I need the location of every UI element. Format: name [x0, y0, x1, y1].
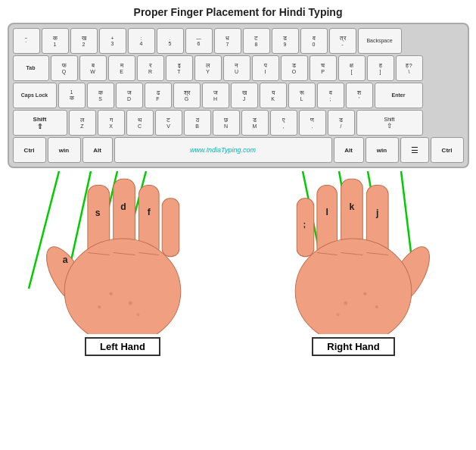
- svg-point-40: [375, 305, 378, 308]
- svg-point-21: [110, 292, 113, 295]
- key-j[interactable]: खJ: [231, 83, 258, 108]
- right-hand-svg: j k l ;: [263, 171, 444, 334]
- key-bracket-r[interactable]: ह]: [367, 55, 394, 81]
- key-8[interactable]: ट8: [243, 28, 270, 54]
- key-space[interactable]: www.IndiaTyping.com: [114, 137, 332, 163]
- key-z[interactable]: लZ: [69, 110, 96, 136]
- key-enter[interactable]: Enter: [375, 83, 423, 108]
- key-e[interactable]: मE: [108, 55, 135, 81]
- right-hand-label: Right Hand: [312, 337, 394, 356]
- key-row-4: Ctrl win Alt www.IndiaTyping.com Alt win…: [13, 137, 464, 163]
- main-container: Proper Finger Placement for Hindi Typing…: [0, 0, 476, 450]
- right-hand-section: j k l ; Right Hand: [238, 171, 469, 447]
- page-title: Proper Finger Placement for Hindi Typing: [134, 6, 343, 18]
- key-minus[interactable]: त्र-: [329, 28, 356, 54]
- key-v[interactable]: टV: [155, 110, 182, 136]
- key-s[interactable]: कS: [87, 83, 114, 108]
- key-a[interactable]: 1क: [58, 83, 86, 108]
- key-i[interactable]: पI: [252, 55, 279, 81]
- key-r[interactable]: रR: [137, 55, 164, 81]
- svg-text:j: j: [375, 208, 378, 218]
- key-x[interactable]: गX: [98, 110, 125, 136]
- key-5[interactable]: .5: [157, 28, 184, 54]
- key-alt-left[interactable]: Alt: [82, 137, 113, 163]
- left-hand-label: Left Hand: [85, 337, 160, 356]
- key-0[interactable]: व0: [300, 28, 328, 54]
- key-y[interactable]: लY: [194, 55, 222, 81]
- svg-point-22: [129, 301, 132, 305]
- key-w[interactable]: बW: [79, 55, 107, 81]
- key-row-0: ~` क1 ख2 +3 :4 .5 —6 ध7 ट8 ड9 व0 त्र- Ba…: [13, 28, 464, 54]
- key-u[interactable]: नU: [223, 55, 250, 81]
- key-row-2: Caps Lock 1क कS जD ढF श्रG जH खJ यK रूL …: [13, 83, 464, 108]
- key-f[interactable]: ढF: [145, 83, 172, 108]
- svg-text:a: a: [63, 255, 68, 265]
- key-shift-right[interactable]: Shift⇧: [356, 110, 423, 136]
- key-quote[interactable]: श': [346, 83, 373, 108]
- key-period[interactable]: ण.: [299, 110, 326, 136]
- key-3[interactable]: +3: [99, 28, 126, 54]
- svg-text:d: d: [120, 202, 126, 212]
- svg-text:s: s: [95, 208, 101, 218]
- key-semicolon[interactable]: व;: [317, 83, 344, 108]
- key-backslash[interactable]: ह?\: [396, 55, 423, 81]
- key-ctrl-right[interactable]: Ctrl: [431, 137, 464, 163]
- svg-text:k: k: [350, 202, 355, 212]
- key-t[interactable]: इT: [166, 55, 193, 81]
- key-row-1: Tab फQ बW मE रR इT लY नU पI डO चP क्ष[ ह…: [13, 55, 464, 81]
- svg-point-41: [336, 313, 339, 316]
- keyboard: ~` क1 ख2 +3 :4 .5 —6 ध7 ट8 ड9 व0 त्र- Ba…: [8, 23, 469, 168]
- key-menu[interactable]: ☰: [400, 137, 429, 163]
- left-hand-svg: s d f a: [32, 171, 213, 334]
- svg-point-24: [136, 313, 139, 316]
- key-q[interactable]: फQ: [51, 55, 78, 81]
- key-slash[interactable]: ड/: [328, 110, 355, 136]
- hands-area: s d f a Left Hand: [8, 171, 469, 447]
- key-c[interactable]: थC: [126, 110, 154, 136]
- key-n[interactable]: छN: [213, 110, 240, 136]
- key-o[interactable]: डO: [281, 55, 308, 81]
- left-hand-section: s d f a Left Hand: [8, 171, 238, 447]
- key-d[interactable]: जD: [116, 83, 143, 108]
- key-shift-left[interactable]: Shift⇧: [13, 110, 67, 136]
- svg-point-38: [363, 292, 366, 295]
- key-win-left[interactable]: win: [48, 137, 81, 163]
- svg-rect-12: [162, 198, 179, 257]
- key-backtick[interactable]: ~`: [13, 28, 40, 54]
- key-l[interactable]: रूL: [288, 83, 316, 108]
- key-backspace[interactable]: Backspace: [358, 28, 402, 54]
- svg-text:l: l: [325, 207, 328, 217]
- key-ctrl-left[interactable]: Ctrl: [13, 137, 46, 163]
- key-9[interactable]: ड9: [272, 28, 299, 54]
- svg-point-39: [344, 301, 347, 305]
- key-p[interactable]: चP: [310, 55, 337, 81]
- key-tab[interactable]: Tab: [13, 55, 49, 81]
- key-6[interactable]: —6: [185, 28, 213, 54]
- key-4[interactable]: :4: [128, 28, 155, 54]
- key-h[interactable]: जH: [202, 83, 229, 108]
- key-k[interactable]: यK: [260, 83, 287, 108]
- key-2[interactable]: ख2: [70, 28, 98, 54]
- key-g[interactable]: श्रG: [173, 83, 201, 108]
- key-row-3: Shift⇧ लZ गX थC टV ठB छN डM ए, ण. ड/ Shi…: [13, 110, 464, 136]
- key-7[interactable]: ध7: [214, 28, 241, 54]
- key-bracket-l[interactable]: क्ष[: [338, 55, 366, 81]
- key-comma[interactable]: ए,: [270, 110, 297, 136]
- svg-point-23: [98, 305, 101, 308]
- key-alt-right[interactable]: Alt: [334, 137, 364, 163]
- key-1[interactable]: क1: [42, 28, 69, 54]
- key-caps-lock[interactable]: Caps Lock: [13, 83, 57, 108]
- svg-text:;: ;: [303, 220, 306, 229]
- key-m[interactable]: डM: [241, 110, 269, 136]
- key-win-right[interactable]: win: [366, 137, 399, 163]
- key-b[interactable]: ठB: [184, 110, 211, 136]
